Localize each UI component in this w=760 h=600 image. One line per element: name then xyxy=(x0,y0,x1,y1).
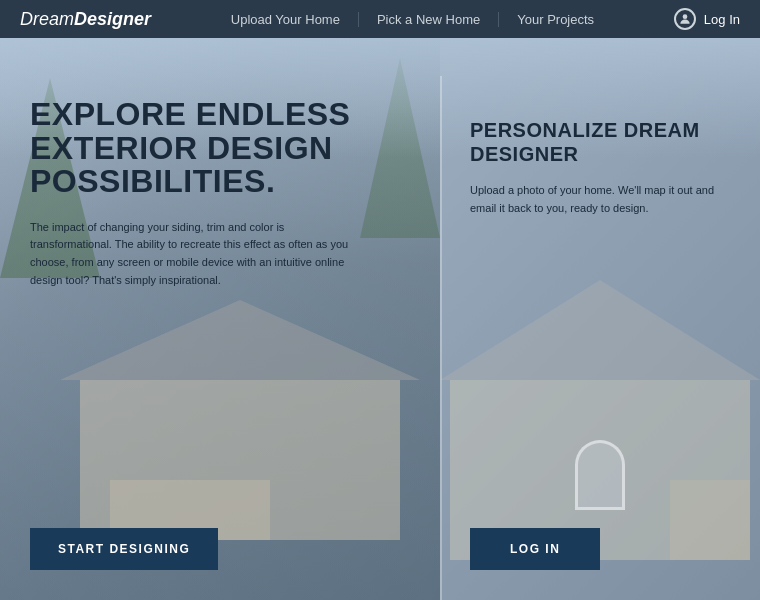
left-headline: EXPLORE ENDLESS EXTERIOR DESIGN POSSIBIL… xyxy=(30,98,370,199)
nav-upload-home[interactable]: Upload Your Home xyxy=(213,12,359,27)
left-panel: EXPLORE ENDLESS EXTERIOR DESIGN POSSIBIL… xyxy=(0,38,440,600)
right-subtext: Upload a photo of your home. We'll map i… xyxy=(470,182,730,217)
panel-divider xyxy=(440,76,442,600)
start-designing-button[interactable]: START DESIGNING xyxy=(30,528,218,570)
nav-login-label[interactable]: Log In xyxy=(704,12,740,27)
nav-pick-home[interactable]: Pick a New Home xyxy=(359,12,499,27)
user-svg xyxy=(678,12,692,26)
svg-point-0 xyxy=(683,14,688,19)
right-headline: PERSONALIZE DREAM DESIGNER xyxy=(470,118,730,166)
nav-links: Upload Your Home Pick a New Home Your Pr… xyxy=(171,12,654,27)
logo-designer: Designer xyxy=(74,9,151,29)
right-panel: PERSONALIZE DREAM DESIGNER Upload a phot… xyxy=(440,38,760,600)
navbar: DreamDesigner Upload Your Home Pick a Ne… xyxy=(0,0,760,38)
left-content: EXPLORE ENDLESS EXTERIOR DESIGN POSSIBIL… xyxy=(0,38,440,600)
right-content: PERSONALIZE DREAM DESIGNER Upload a phot… xyxy=(440,38,760,600)
logo: DreamDesigner xyxy=(0,9,171,30)
login-button[interactable]: LOG IN xyxy=(470,528,600,570)
logo-dream: Dream xyxy=(20,9,74,29)
content-area: EXPLORE ENDLESS EXTERIOR DESIGN POSSIBIL… xyxy=(0,38,760,600)
user-icon xyxy=(674,8,696,30)
nav-auth[interactable]: Log In xyxy=(654,8,760,30)
left-subtext: The impact of changing your siding, trim… xyxy=(30,219,350,289)
nav-your-projects[interactable]: Your Projects xyxy=(499,12,612,27)
